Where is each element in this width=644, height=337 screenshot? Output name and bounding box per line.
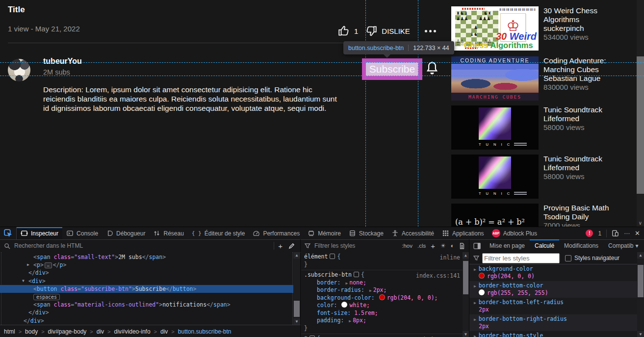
markup-line[interactable]: <button class="subscribe-btn">Subscribe<… <box>0 285 301 293</box>
meatball-menu-icon[interactable]: ⋯ <box>624 230 630 237</box>
more-icon[interactable] <box>425 30 436 32</box>
css-declaration[interactable]: color: white; <box>304 302 469 310</box>
rule-location[interactable]: index.css:141 <box>416 272 460 280</box>
expand-icon[interactable]: ▶ <box>474 284 476 288</box>
tab-console[interactable]: Console <box>62 227 102 239</box>
video-thumbnail[interactable]: ♜♞♝♞♜ ♟♟♟♟♟♟ ♟♝♞ ♙♙♙♙ ♖♘♕♗♙♘♖ ♔ 30 Weird… <box>451 6 539 51</box>
tab-editeur-de-style[interactable]: { } Éditeur de style <box>188 227 249 239</box>
rule-selector[interactable]: .subscribe-btn <box>304 271 352 278</box>
breadcrumb-item[interactable]: button.subscribe-btn <box>178 328 232 335</box>
scrollbar-thumb[interactable] <box>463 261 468 294</box>
twisty-icon[interactable]: ▶ <box>27 261 29 269</box>
tab-stockage[interactable]: Stockage <box>345 227 387 239</box>
highlight-target-icon[interactable] <box>330 254 335 259</box>
css-declaration[interactable]: border: ▶none; <box>304 279 469 287</box>
scrollbar-thumb[interactable] <box>294 301 300 317</box>
add-rule-icon[interactable]: + <box>431 242 435 250</box>
color-swatch[interactable] <box>379 294 385 300</box>
eyedropper-icon[interactable] <box>288 242 295 249</box>
tab-reseau[interactable]: Réseau <box>149 227 187 239</box>
breadcrumb-item[interactable]: div <box>97 328 104 335</box>
expand-icon[interactable]: ▶ <box>369 288 372 293</box>
scroll-up-icon[interactable]: ▲ <box>463 252 469 259</box>
video-thumbnail[interactable]: CODING ADVENTURE MARCHING CUBES <box>451 56 539 101</box>
dislike-button[interactable]: DISLIKE <box>365 25 410 37</box>
dark-mode-icon[interactable]: ◐ <box>451 242 454 249</box>
tab-applications[interactable]: Applications <box>438 227 488 239</box>
expand-icon[interactable]: ▶ <box>474 334 476 337</box>
scrollbar-thumb[interactable] <box>637 56 644 194</box>
tab-modifications[interactable]: Modifications <box>559 239 603 252</box>
light-mode-icon[interactable]: ☀ <box>440 242 446 249</box>
scroll-up-icon[interactable]: ▲ <box>637 252 644 259</box>
computed-property[interactable]: ▶border-bottom-colorrgb(255, 255, 255) <box>469 281 644 298</box>
markup-line[interactable]: <span class="small-text">2M subs</span> <box>0 253 301 261</box>
scroll-down-icon[interactable]: ▼ <box>463 331 469 337</box>
page-scrollbar[interactable]: ∨ <box>637 0 644 227</box>
close-devtools-icon[interactable]: ✕ <box>635 230 640 237</box>
computed-property[interactable]: ▶border-bottom-left-radius2px <box>469 298 644 314</box>
breadcrumb-item[interactable]: html <box>4 328 15 335</box>
styles-filter-input[interactable] <box>313 242 402 250</box>
scrollbar-down-icon[interactable]: ∨ <box>637 219 644 227</box>
tab-debogueur[interactable]: Débogueur <box>102 227 149 239</box>
computed-scrollbar[interactable]: ▲ ▼ <box>637 252 644 337</box>
expand-icon[interactable]: ▶ <box>345 281 348 285</box>
markup-line[interactable]: <span class="material-icons-outlined">no… <box>0 301 301 309</box>
rules-scrollbar[interactable]: ▲ ▼ <box>463 252 469 337</box>
like-button[interactable]: 1 <box>337 25 358 37</box>
expand-icon[interactable]: ▶ <box>474 301 476 305</box>
tab-calcule[interactable]: Calculé <box>530 239 559 252</box>
breadcrumb-item[interactable]: div#page-body <box>48 328 87 335</box>
subscribe-button[interactable]: Subscribe <box>366 62 418 76</box>
expand-icon[interactable]: ▶ <box>474 267 476 272</box>
error-badge-icon[interactable]: ! <box>586 230 593 237</box>
tab-adblock-plus[interactable]: ABP Adblock Plus <box>488 227 541 239</box>
color-swatch[interactable] <box>341 302 347 308</box>
tab-compatibilite[interactable]: Compatib <box>603 239 638 252</box>
scroll-down-icon[interactable]: ▼ <box>293 318 300 325</box>
markup-line[interactable]: ▼<div> <box>0 277 301 285</box>
highlight-target-icon[interactable] <box>354 272 359 277</box>
expand-icon[interactable]: ▶ <box>349 319 351 323</box>
scrollbar-thumb[interactable] <box>638 265 644 297</box>
computed-filter-input[interactable] <box>482 253 560 263</box>
computed-property[interactable]: ▶border-bottom-right-radius2px <box>469 314 644 331</box>
css-declaration[interactable]: padding: ▶8px; <box>304 317 469 325</box>
computed-property[interactable]: ▶background-colorrgb(204, 0, 0) <box>469 264 644 281</box>
markup-line[interactable]: ▶<p>…</p> <box>0 261 301 269</box>
print-simulation-icon[interactable] <box>459 243 465 249</box>
scroll-down-icon[interactable]: ▼ <box>637 331 644 337</box>
markup-line[interactable]: </div> <box>0 269 301 277</box>
tab-accessibilite[interactable]: Accessibilité <box>387 227 438 239</box>
bell-icon[interactable] <box>425 61 439 77</box>
chevron-down-icon[interactable]: ▾ <box>635 242 638 249</box>
breadcrumb-item[interactable]: body <box>25 328 38 335</box>
video-thumbnail[interactable]: T U N I C <box>451 155 539 199</box>
tab-memoire[interactable]: Mémoire <box>304 227 345 239</box>
markup-line[interactable]: </div> <box>0 317 301 325</box>
css-declaration[interactable]: border-radius: ▶2px; <box>304 286 469 294</box>
panel-splitter[interactable] <box>469 239 469 337</box>
rule-selector[interactable]: élément <box>304 253 328 260</box>
pane-toggle-icon[interactable] <box>473 243 481 249</box>
tab-performances[interactable]: Performances <box>249 227 304 239</box>
class-toggle[interactable]: .cls <box>417 243 426 249</box>
rule-selector[interactable]: * <box>304 335 308 337</box>
expand-icon[interactable]: ▶ <box>474 317 476 322</box>
markup-line[interactable]: espaces <box>0 293 301 301</box>
video-thumbnail[interactable]: (a + b)² = a² + b² <box>451 204 539 227</box>
channel-name[interactable]: tubeurYou <box>43 57 82 66</box>
computed-property[interactable]: ▶border-bottom-stylenone <box>469 331 644 337</box>
add-node-icon[interactable]: + <box>278 242 283 250</box>
tab-mise-en-page[interactable]: Mise en page <box>485 239 530 252</box>
css-declaration[interactable]: background-color: rgb(204, 0, 0); <box>304 294 469 302</box>
markup-line[interactable]: </div> <box>0 309 301 316</box>
pseudo-class-toggle[interactable]: :hov <box>402 243 412 249</box>
scroll-up-icon[interactable]: ▲ <box>293 252 300 259</box>
css-declaration[interactable]: font-size: 1.5rem; <box>304 310 469 317</box>
breadcrumb-item[interactable]: div <box>160 328 168 335</box>
pick-element-button[interactable] <box>0 227 17 239</box>
twisty-icon[interactable]: ▼ <box>22 277 25 285</box>
browser-styles-checkbox[interactable] <box>565 255 571 261</box>
